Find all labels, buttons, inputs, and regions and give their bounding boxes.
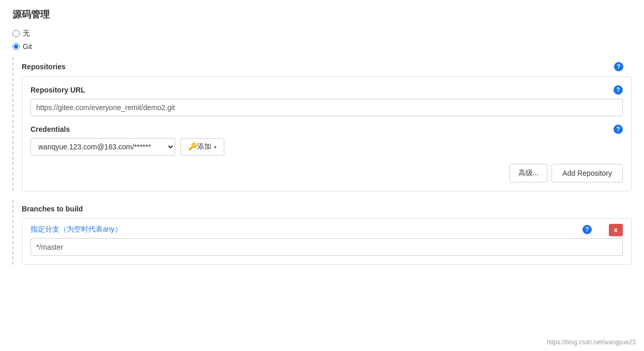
watermark: https://blog.csdn.net/wangyue23: [547, 339, 636, 346]
branch-card: x 指定分支（为空时代表any） ?: [22, 218, 632, 265]
branches-header: Branches to build: [13, 200, 632, 218]
repo-actions-row: 高级... Add Repository: [30, 164, 623, 182]
branch-label: 指定分支（为空时代表any）: [30, 225, 122, 234]
repositories-help-icon[interactable]: ?: [614, 62, 623, 71]
add-credential-caret: ▾: [214, 144, 217, 150]
repo-url-label-row: Repository URL ?: [30, 85, 623, 95]
repo-url-help-icon[interactable]: ?: [614, 85, 623, 95]
source-options: 无 Git: [12, 29, 632, 51]
delete-branch-button[interactable]: x: [609, 224, 623, 236]
credentials-label: Credentials: [30, 125, 70, 133]
repo-url-label: Repository URL: [30, 86, 85, 94]
repositories-section: Repositories ? Repository URL ? Credenti…: [12, 57, 632, 191]
repositories-card: Repository URL ? Credentials ? wanqyue.1…: [22, 77, 632, 191]
radio-git-input[interactable]: [12, 43, 20, 50]
add-credential-button[interactable]: 🔑添加 ▾: [180, 138, 224, 156]
branch-help-icon[interactable]: ?: [582, 225, 592, 234]
branches-section: Branches to build x 指定分支（为空时代表any） ?: [12, 200, 632, 265]
credentials-group: Credentials ? wanqyue.123.com@163.com/**…: [30, 125, 623, 156]
branch-label-row: 指定分支（为空时代表any） ?: [30, 225, 623, 234]
radio-none-input[interactable]: [12, 30, 20, 37]
repo-url-group: Repository URL ?: [30, 85, 623, 116]
credentials-help-icon[interactable]: ?: [614, 125, 623, 134]
radio-none: 无: [12, 29, 632, 38]
advanced-button[interactable]: 高级...: [510, 164, 548, 182]
repositories-header: Repositories ?: [13, 57, 632, 77]
add-credential-label: 🔑添加: [188, 142, 211, 151]
radio-git-label: Git: [23, 42, 32, 51]
branch-input[interactable]: [30, 238, 623, 256]
credentials-row: wanqyue.123.com@163.com/****** 🔑添加 ▾: [30, 138, 623, 156]
repositories-title: Repositories: [22, 63, 66, 71]
page-container: 源码管理 无 Git Repositories ? Repository URL: [0, 0, 644, 351]
repo-url-input[interactable]: [30, 99, 623, 116]
branches-title: Branches to build: [22, 205, 83, 213]
credentials-label-row: Credentials ?: [30, 125, 623, 134]
credentials-select[interactable]: wanqyue.123.com@163.com/******: [30, 138, 175, 156]
branches-content: Branches to build x 指定分支（为空时代表any） ?: [13, 200, 632, 265]
radio-none-label: 无: [23, 29, 30, 38]
page-title: 源码管理: [12, 8, 632, 21]
repositories-content: Repositories ? Repository URL ? Credenti…: [13, 57, 632, 191]
radio-git: Git: [12, 42, 632, 51]
add-repository-button[interactable]: Add Repository: [551, 164, 623, 182]
